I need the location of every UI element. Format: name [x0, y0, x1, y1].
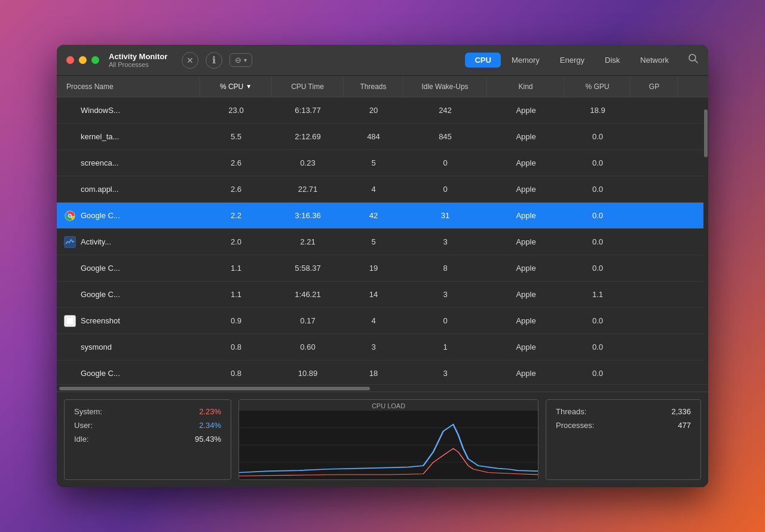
threads-cell: 484	[344, 132, 403, 141]
threads-cell: 3	[344, 343, 403, 351]
gpu-cell: 0.0	[565, 158, 631, 167]
table-row[interactable]: sysmond 0.8 0.60 3 1 Apple 0.0	[57, 334, 708, 360]
statusbar: System: 2.23% User: 2.34% Idle: 95.43% C…	[57, 392, 708, 487]
col-gp[interactable]: GP	[631, 76, 678, 97]
table-row[interactable]: WindowS... 23.0 6:13.77 20 242 Apple 18.…	[57, 97, 708, 124]
cpu-time-cell: 5:58.37	[272, 264, 344, 273]
cpu-cell: 5.5	[200, 132, 272, 141]
cpu-time-cell: 10.89	[272, 369, 344, 378]
system-stat-row: System: 2.23%	[74, 407, 221, 416]
process-name: WindowS...	[81, 106, 120, 115]
table-row[interactable]: Activity... 2.0 2.21 5 3 Apple 0.0	[57, 229, 708, 255]
app-title-text: Activity Monitor	[109, 52, 167, 61]
table-row[interactable]: screenca... 2.6 0.23 5 0 Apple 0.0	[57, 150, 708, 176]
threads-cell: 5	[344, 158, 403, 167]
cpu-cell: 2.6	[200, 185, 272, 194]
cpu-chart-title: CPU LOAD	[239, 400, 538, 411]
search-button[interactable]	[688, 53, 699, 67]
tab-network[interactable]: Network	[631, 53, 678, 68]
cpu-chart-area	[239, 411, 538, 479]
cpu-cell: 2.0	[200, 237, 272, 246]
kind-cell: Apple	[487, 185, 565, 194]
process-name-cell: Google C...	[57, 369, 200, 378]
table-header: Process Name % CPU ▼ CPU Time Threads Id…	[57, 76, 708, 97]
table-row[interactable]: Screenshot 0.9 0.17 4 0 Apple 0.0	[57, 308, 708, 334]
user-value: 2.34%	[199, 421, 221, 430]
idle-value: 95.43%	[195, 435, 221, 444]
hscroll-thumb[interactable]	[59, 387, 370, 390]
scrollbar-thumb[interactable]	[704, 109, 708, 157]
idle-wakeups-cell: 3	[403, 369, 487, 378]
cpu-cell: 0.8	[200, 343, 272, 351]
col-threads[interactable]: Threads	[344, 76, 403, 97]
threads-cell: 4	[344, 185, 403, 194]
vertical-scrollbar[interactable]	[703, 97, 708, 384]
tab-memory[interactable]: Memory	[502, 53, 549, 68]
gpu-cell: 0.0	[565, 343, 631, 351]
process-name-cell: com.appl...	[57, 185, 200, 194]
process-name-cell: kernel_ta...	[57, 132, 200, 141]
kind-cell: Apple	[487, 316, 565, 325]
col-idle-wakeups[interactable]: Idle Wake-Ups	[403, 76, 487, 97]
table-row[interactable]: com.appl... 2.6 22.71 4 0 Apple 0.0	[57, 176, 708, 203]
table-row[interactable]: Google C... 2.2 3:16.36 42 31 Apple 0.0	[57, 203, 708, 229]
stop-process-button[interactable]: ✕	[182, 52, 198, 69]
tab-energy[interactable]: Energy	[550, 53, 594, 68]
process-name: kernel_ta...	[81, 132, 119, 141]
processes-stat-row: Processes: 477	[556, 421, 691, 430]
info-icon: ℹ	[212, 54, 216, 66]
idle-wakeups-cell: 0	[403, 185, 487, 194]
system-label: System:	[74, 407, 102, 416]
threads-cell: 14	[344, 290, 403, 299]
table-row[interactable]: kernel_ta... 5.5 2:12.69 484 845 Apple 0…	[57, 124, 708, 150]
idle-wakeups-cell: 1	[403, 343, 487, 351]
tab-cpu[interactable]: CPU	[465, 53, 500, 68]
gpu-cell: 0.0	[565, 369, 631, 378]
table-row[interactable]: Google C... 1.1 5:58.37 19 8 Apple 0.0	[57, 255, 708, 282]
idle-wakeups-cell: 8	[403, 264, 487, 273]
idle-wakeups-cell: 0	[403, 316, 487, 325]
table-row[interactable]: Google C... 1.1 1:46.21 14 3 Apple 1.1	[57, 282, 708, 308]
table-body: WindowS... 23.0 6:13.77 20 242 Apple 18.…	[57, 97, 708, 384]
idle-wakeups-cell: 845	[403, 132, 487, 141]
process-name: Google C...	[81, 369, 120, 378]
inspect-process-button[interactable]: ℹ	[206, 52, 222, 69]
process-name-cell: Screenshot	[57, 315, 200, 327]
kind-cell: Apple	[487, 158, 565, 167]
cpu-cell: 2.6	[200, 158, 272, 167]
threads-panel: Threads: 2,336 Processes: 477	[546, 399, 701, 480]
close-button[interactable]	[66, 56, 74, 64]
process-name-cell: sysmond	[57, 343, 200, 351]
table-row[interactable]: Google C... 0.8 10.89 18 3 Apple 0.0	[57, 360, 708, 384]
kind-cell: Apple	[487, 211, 565, 220]
process-name: screenca...	[81, 158, 119, 167]
tab-disk[interactable]: Disk	[595, 53, 629, 68]
svg-point-5	[69, 215, 71, 217]
threads-cell: 19	[344, 264, 403, 273]
cpu-time-cell: 0.60	[272, 343, 344, 351]
threads-stat-row: Threads: 2,336	[556, 407, 691, 416]
user-stat-row: User: 2.34%	[74, 421, 221, 430]
col-cpu[interactable]: % CPU ▼	[200, 76, 272, 97]
gpu-cell: 18.9	[565, 106, 631, 115]
col-cpu-time[interactable]: CPU Time	[272, 76, 344, 97]
col-process-name[interactable]: Process Name	[57, 76, 200, 97]
idle-wakeups-cell: 3	[403, 290, 487, 299]
horizontal-scrollbar[interactable]	[57, 384, 708, 392]
col-kind[interactable]: Kind	[487, 76, 565, 97]
kind-cell: Apple	[487, 290, 565, 299]
zoom-button[interactable]	[91, 56, 99, 64]
svg-line-1	[695, 60, 698, 63]
minimize-button[interactable]	[79, 56, 87, 64]
cpu-time-cell: 2.21	[272, 237, 344, 246]
idle-stat-row: Idle: 95.43%	[74, 435, 221, 444]
cpu-cell: 1.1	[200, 264, 272, 273]
dropdown-arrow-icon: ▾	[244, 57, 247, 63]
threads-cell: 18	[344, 369, 403, 378]
filter-dropdown[interactable]: ⊖ ▾	[230, 53, 252, 67]
tab-bar: CPU Memory Energy Disk Network	[465, 53, 678, 68]
idle-wakeups-cell: 0	[403, 158, 487, 167]
gpu-cell: 0.0	[565, 316, 631, 325]
col-gpu[interactable]: % GPU	[565, 76, 631, 97]
cpu-time-cell: 1:46.21	[272, 290, 344, 299]
